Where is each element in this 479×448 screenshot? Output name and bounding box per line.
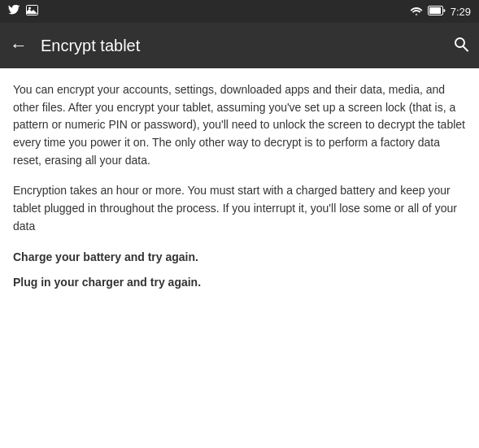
toolbar-left: ← Encrypt tablet: [10, 37, 140, 55]
status-bar-left: [8, 4, 38, 19]
status-bar: 7:29: [0, 0, 479, 23]
wifi-icon: [410, 6, 423, 18]
description-paragraph-1: You can encrypt your accounts, settings,…: [13, 81, 466, 169]
svg-line-5: [464, 46, 468, 51]
page-title: Encrypt tablet: [41, 37, 140, 55]
twitter-icon: [8, 4, 21, 19]
content-area: You can encrypt your accounts, settings,…: [0, 68, 479, 448]
image-icon: [26, 4, 38, 19]
description-paragraph-2: Encryption takes an hour or more. You mu…: [13, 182, 466, 235]
toolbar: ← Encrypt tablet: [0, 23, 479, 68]
svg-rect-3: [429, 7, 441, 14]
time-display: 7:29: [451, 6, 471, 18]
warning-plug: Plug in your charger and try again.: [13, 274, 466, 292]
search-button[interactable]: [453, 36, 469, 56]
status-bar-right: 7:29: [410, 6, 471, 18]
back-button[interactable]: ←: [10, 37, 28, 54]
battery-icon: [428, 6, 446, 18]
warning-charge: Charge your battery and try again.: [13, 249, 466, 267]
svg-point-1: [28, 7, 31, 10]
